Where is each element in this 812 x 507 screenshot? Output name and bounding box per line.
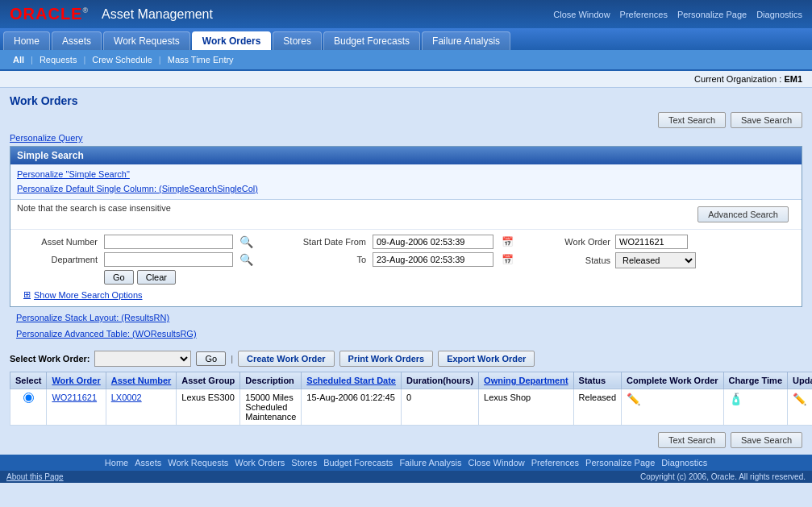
- footer-close-window-link[interactable]: Close Window: [468, 458, 524, 468]
- asset-number-search-icon[interactable]: 🔍: [239, 235, 253, 248]
- update-wo-cell: ✏️: [788, 389, 812, 425]
- charge-time-icon[interactable]: 🧴: [729, 393, 743, 405]
- work-order-link[interactable]: WO211621: [52, 393, 97, 402]
- tab-work-requests[interactable]: Work Requests: [103, 31, 190, 50]
- footer-failure-analysis-link[interactable]: Failure Analysis: [399, 458, 461, 468]
- export-work-order-button[interactable]: Export Work Order: [438, 351, 535, 367]
- wo-selector-row: Select Work Order: Go | Create Work Orde…: [10, 346, 802, 372]
- about-page-link[interactable]: About this Page: [0, 471, 70, 483]
- text-search-button-bottom[interactable]: Text Search: [658, 432, 726, 448]
- owning-dept-cell: Lexus Shop: [479, 389, 574, 425]
- save-search-button-bottom[interactable]: Save Search: [731, 432, 802, 448]
- col-owning-dept: Owning Department: [479, 372, 574, 389]
- complete-work-order-icon[interactable]: ✏️: [627, 393, 640, 405]
- sub-nav: All | Requests | Crew Schedule | Mass Ti…: [0, 50, 812, 71]
- plus-icon: ⊞: [23, 289, 31, 300]
- table-row: WO211621 LX0002 Lexus ES300 15000 Miles …: [10, 389, 813, 425]
- start-date-to-label: To: [285, 255, 366, 264]
- select-cell: [10, 389, 47, 425]
- oracle-logo: ORACLE®: [10, 5, 89, 23]
- tab-work-orders[interactable]: Work Orders: [192, 31, 271, 50]
- show-more-options[interactable]: ⊞ Show More Search Options: [17, 288, 149, 301]
- update-work-order-icon[interactable]: ✏️: [793, 393, 806, 405]
- tab-budget-forecasts[interactable]: Budget Forecasts: [323, 31, 420, 50]
- start-date-from-input[interactable]: [373, 235, 493, 249]
- footer-stores-link[interactable]: Stores: [291, 458, 317, 468]
- col-status: Status: [573, 372, 621, 389]
- footer-home-link[interactable]: Home: [105, 458, 128, 468]
- col-select: Select: [10, 372, 47, 389]
- department-row: Department 🔍: [17, 252, 253, 267]
- status-row: Status Released Open Closed Cancelled: [546, 252, 696, 268]
- preferences-link[interactable]: Preferences: [620, 10, 668, 19]
- print-work-orders-button[interactable]: Print Work Orders: [339, 351, 434, 367]
- personalize-simple-search-link[interactable]: Personalize "Simple Search": [17, 168, 795, 182]
- wo-dropdown[interactable]: [94, 351, 191, 367]
- create-work-order-button[interactable]: Create Work Order: [238, 351, 335, 367]
- personalize-default-col-link[interactable]: Personalize Default Single Column: (Simp…: [17, 182, 795, 197]
- search-fields: Asset Number 🔍 Department 🔍 Start Date F…: [10, 230, 802, 306]
- row-radio[interactable]: [23, 393, 34, 403]
- tab-stores[interactable]: Stores: [273, 31, 322, 50]
- work-order-cell: WO211621: [47, 389, 106, 425]
- department-input[interactable]: [104, 252, 233, 267]
- footer-work-orders-link[interactable]: Work Orders: [235, 458, 285, 468]
- asset-number-col-link[interactable]: Asset Number: [111, 376, 172, 385]
- middle-search-fields: Start Date From 📅 To 📅: [285, 235, 514, 270]
- department-search-icon[interactable]: 🔍: [239, 253, 253, 266]
- col-asset-group: Asset Group: [177, 372, 240, 389]
- footer-work-requests-link[interactable]: Work Requests: [168, 458, 228, 468]
- start-date-to-row: To 📅: [285, 252, 514, 267]
- duration-cell: 0: [401, 389, 478, 425]
- description-cell: 15000 Miles Scheduled Maintenance: [240, 389, 302, 425]
- col-charge-time: Charge Time: [723, 372, 787, 389]
- header: ORACLE® Asset Management Close Window Pr…: [0, 0, 812, 28]
- go-clear-row: Go Clear: [17, 270, 795, 285]
- clear-button[interactable]: Clear: [137, 270, 176, 285]
- start-date-from-calendar-icon[interactable]: 📅: [502, 236, 514, 247]
- scheduled-start-col-link[interactable]: Scheduled Start Date: [306, 376, 396, 385]
- results-table: Select Work Order Asset Number Asset Gro…: [10, 372, 812, 426]
- copyright-text: Copyright (c) 2006, Oracle. All rights r…: [634, 471, 812, 483]
- status-select[interactable]: Released Open Closed Cancelled: [615, 252, 696, 268]
- start-date-to-input[interactable]: [373, 252, 493, 267]
- org-value: EM1: [784, 74, 802, 84]
- start-date-from-label: Start Date From: [285, 237, 366, 247]
- text-search-button-top[interactable]: Text Search: [658, 112, 726, 128]
- start-date-to-calendar-icon[interactable]: 📅: [502, 254, 514, 265]
- go-button[interactable]: Go: [104, 270, 134, 285]
- sub-nav-all[interactable]: All: [6, 53, 31, 66]
- work-order-col-link[interactable]: Work Order: [52, 376, 100, 385]
- wo-go-button[interactable]: Go: [196, 351, 226, 366]
- footer-diagnostics-link[interactable]: Diagnostics: [661, 458, 707, 468]
- tab-failure-analysis[interactable]: Failure Analysis: [422, 31, 510, 50]
- footer-preferences-link[interactable]: Preferences: [531, 458, 579, 468]
- col-scheduled-start-date: Scheduled Start Date: [302, 372, 402, 389]
- tab-home[interactable]: Home: [3, 31, 50, 50]
- sub-nav-crew-schedule[interactable]: Crew Schedule: [85, 53, 159, 66]
- footer-assets-link[interactable]: Assets: [135, 458, 161, 468]
- owning-dept-col-link[interactable]: Owning Department: [484, 376, 568, 385]
- department-label: Department: [17, 255, 98, 264]
- footer-budget-forecasts-link[interactable]: Budget Forecasts: [323, 458, 393, 468]
- footer-personalize-page-link[interactable]: Personalize Page: [585, 458, 655, 468]
- close-window-link[interactable]: Close Window: [553, 10, 610, 19]
- charge-time-cell: 🧴: [723, 389, 787, 425]
- sub-nav-requests[interactable]: Requests: [33, 53, 83, 66]
- personalize-advanced-table-link[interactable]: Personalize Advanced Table: (WOResultsRG…: [16, 326, 796, 343]
- diagnostics-link[interactable]: Diagnostics: [756, 10, 802, 19]
- personalize-page-link[interactable]: Personalize Page: [677, 10, 747, 19]
- asset-number-row: Asset Number 🔍: [17, 235, 253, 249]
- top-links: Close Window Preferences Personalize Pag…: [553, 10, 802, 19]
- asset-number-input[interactable]: [104, 235, 233, 249]
- search-panel-header: Simple Search: [10, 147, 802, 164]
- personalize-stack-layout-link[interactable]: Personalize Stack Layout: (ResultsRN): [16, 310, 796, 326]
- personalize-query-link[interactable]: Personalize Query: [10, 133, 802, 143]
- save-search-button-top[interactable]: Save Search: [731, 112, 802, 128]
- advanced-search-button[interactable]: Advanced Search: [697, 206, 789, 222]
- asset-number-link[interactable]: LX0002: [111, 393, 142, 402]
- advanced-btn-wrap: Advanced Search: [691, 203, 795, 226]
- sub-nav-mass-time-entry[interactable]: Mass Time Entry: [161, 53, 240, 66]
- tab-assets[interactable]: Assets: [52, 31, 102, 50]
- work-order-input[interactable]: [615, 235, 688, 249]
